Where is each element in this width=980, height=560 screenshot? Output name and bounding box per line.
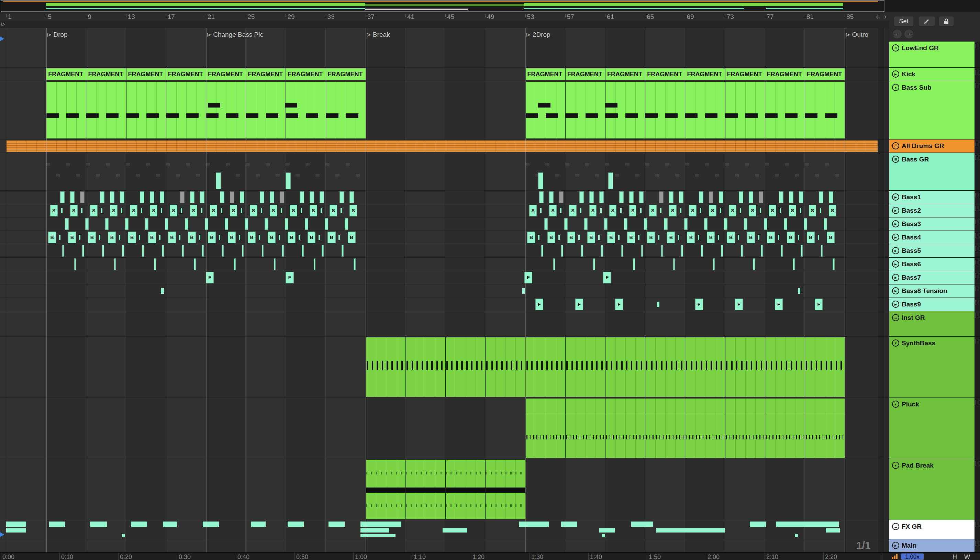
clip-bass3[interactable]	[684, 218, 688, 230]
track-header-main[interactable]: ▶Main	[889, 539, 975, 552]
clip-bass5[interactable]	[581, 245, 583, 257]
clip-bass1[interactable]	[799, 192, 803, 203]
clip-bass4[interactable]: B	[727, 232, 735, 243]
clip-fx[interactable]	[443, 528, 468, 533]
clip-bass3[interactable]	[564, 218, 568, 230]
clip-bass1[interactable]	[120, 192, 124, 203]
lane-bass2[interactable]: SSSSSSSSSSSSSSSSSSSSSSSSSSSSSSSS	[0, 204, 889, 217]
clip-bass1[interactable]	[559, 192, 563, 203]
clip-bass2[interactable]: S	[589, 205, 597, 217]
clip-bass2[interactable]: S	[230, 205, 237, 217]
clip-bass8[interactable]	[522, 288, 525, 293]
clip-pad_break[interactable]	[485, 460, 525, 519]
clip-fx[interactable]	[776, 522, 839, 527]
clip-bass4[interactable]: B	[547, 232, 555, 243]
clip-bass8[interactable]	[798, 288, 800, 293]
clip-bass3[interactable]	[804, 218, 807, 230]
clip-bass1[interactable]	[539, 192, 543, 203]
clip-bass3[interactable]	[125, 218, 128, 230]
clip-kick[interactable]: FRAGMENT	[326, 68, 366, 80]
clip-bass1[interactable]	[140, 192, 144, 203]
clip-kick[interactable]: FRAGMENT	[166, 68, 206, 80]
clip-bass4[interactable]	[199, 235, 200, 240]
clip-bass2[interactable]: S	[549, 205, 557, 217]
play-icon[interactable]: ▶	[892, 247, 899, 254]
clip-pluck[interactable]	[605, 398, 645, 458]
clip-bass3[interactable]	[165, 218, 168, 230]
clip-bass3[interactable]	[764, 218, 767, 230]
playback-speed-field[interactable]: 1.00x	[901, 553, 923, 560]
clip-bass4[interactable]	[618, 235, 620, 240]
ruler-scroll-arrows[interactable]: ‹ ›	[872, 12, 887, 21]
clip-fx[interactable]	[656, 528, 725, 533]
lane-bass8[interactable]	[0, 285, 889, 298]
width-zoom-button[interactable]: W	[964, 553, 970, 560]
clip-bass4[interactable]: B	[667, 232, 675, 243]
clip-bass6[interactable]	[753, 258, 755, 270]
clip-bass4[interactable]	[279, 235, 280, 240]
clip-bass4[interactable]: B	[288, 232, 295, 243]
clip-bass_sub[interactable]	[166, 82, 206, 138]
clip-bass2[interactable]	[780, 208, 781, 213]
clip-bass1[interactable]	[779, 192, 783, 203]
clip-fx[interactable]	[163, 522, 177, 527]
clip-bass5[interactable]	[821, 245, 823, 257]
clip-bass4[interactable]: B	[148, 232, 156, 243]
clip-bass5[interactable]	[621, 245, 623, 257]
clip-bass2[interactable]	[281, 208, 282, 213]
clip-bass_sub[interactable]	[725, 82, 765, 138]
clip-bass5[interactable]	[601, 245, 603, 257]
clip-bass_gr[interactable]	[608, 172, 613, 189]
fold-arrow-icon[interactable]: ▼	[892, 462, 899, 469]
track-header-bass6[interactable]: ▶Bass6	[889, 258, 975, 271]
clip-bass4[interactable]: B	[827, 232, 835, 243]
clip-bass1[interactable]	[190, 192, 195, 203]
clip-bass5[interactable]	[202, 245, 204, 257]
clip-bass5[interactable]	[262, 245, 264, 257]
clip-bass4[interactable]	[179, 235, 180, 240]
clip-bass4[interactable]	[578, 235, 580, 240]
clip-bass2[interactable]	[820, 208, 821, 213]
clip-bass_gr[interactable]	[216, 172, 221, 189]
clip-bass2[interactable]: S	[270, 205, 277, 217]
clip-bass4[interactable]	[698, 235, 699, 240]
clip-bass4[interactable]: B	[627, 232, 635, 243]
clip-bass_gr[interactable]	[46, 153, 366, 190]
clip-bass_sub[interactable]	[126, 82, 166, 138]
clip-pad_break[interactable]	[445, 460, 485, 519]
clip-bass2[interactable]	[321, 208, 322, 213]
clip-bass4[interactable]	[139, 235, 140, 240]
clip-bass4[interactable]	[259, 235, 260, 240]
clip-bass2[interactable]: S	[529, 205, 537, 217]
clip-fx[interactable]	[288, 522, 304, 527]
lane-bass9[interactable]: FFFFFFF	[0, 298, 889, 311]
clip-bass5[interactable]	[681, 245, 683, 257]
clip-fx[interactable]	[360, 528, 389, 533]
track-header-bass_gr[interactable]: ≡Bass GR	[889, 153, 975, 191]
clip-bass2[interactable]: S	[290, 205, 297, 217]
clip-bass2[interactable]: S	[330, 205, 337, 217]
clip-bass4[interactable]: B	[687, 232, 695, 243]
clip-bass4[interactable]: B	[807, 232, 815, 243]
clip-kick[interactable]: FRAGMENT	[805, 68, 845, 80]
lane-bass4[interactable]: BBBBBBBBBBBBBBBBBBBBBBBBBBBBBBBB	[0, 231, 889, 244]
lane-bass3[interactable]	[0, 217, 889, 231]
clip-bass1[interactable]	[280, 192, 284, 203]
clip-bass1[interactable]	[200, 192, 205, 203]
play-icon[interactable]: ▶	[892, 274, 899, 281]
clip-bass6[interactable]	[833, 258, 835, 270]
clip-bass1[interactable]	[739, 192, 743, 203]
track-header-pad_break[interactable]: ▼Pad Break	[889, 459, 975, 520]
clip-bass4[interactable]	[318, 235, 320, 240]
clip-bass1[interactable]	[789, 192, 793, 203]
clip-bass1[interactable]	[659, 192, 663, 203]
clip-bass3[interactable]	[225, 218, 228, 230]
clip-bass1[interactable]	[150, 192, 154, 203]
clip-bass2[interactable]: S	[829, 205, 837, 217]
clip-bass2[interactable]	[61, 208, 63, 213]
clip-bass7[interactable]: F	[524, 272, 532, 283]
clip-bass2[interactable]: S	[110, 205, 118, 217]
clip-bass3[interactable]	[245, 218, 248, 230]
clip-bass5[interactable]	[282, 245, 284, 257]
clip-bass6[interactable]	[154, 258, 156, 270]
